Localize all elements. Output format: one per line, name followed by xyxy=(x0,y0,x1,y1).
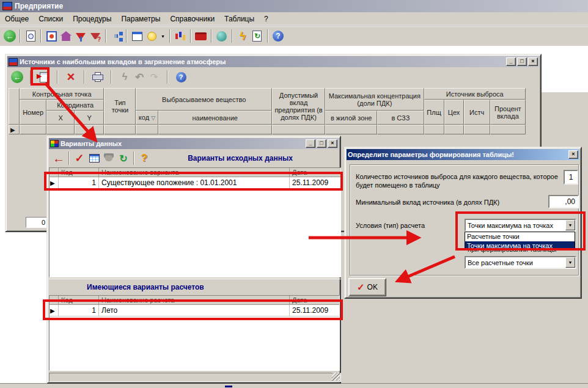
grid-empty-row[interactable]: ▶ xyxy=(9,125,526,134)
col-code[interactable]: код ▽ xyxy=(136,111,158,125)
lightning-button[interactable]: ϟ xyxy=(235,29,250,43)
col-plsch[interactable]: Плщ xyxy=(424,100,444,125)
filter-button[interactable] xyxy=(73,29,88,43)
undo-button[interactable]: ↶ xyxy=(132,70,147,84)
menu-spravochniki[interactable]: Справочники xyxy=(165,13,219,25)
close-button[interactable]: × xyxy=(528,57,538,66)
variants-titlebar: Варианты данных _ □ × xyxy=(49,138,339,149)
row-selector-icon: ▶ xyxy=(50,180,55,186)
variants-toolbar-title: Варианты исходных данных xyxy=(152,154,341,163)
enterprise-button[interactable] xyxy=(59,29,73,43)
col-code[interactable]: Код xyxy=(59,168,99,177)
variants-window: Варианты данных _ □ × ← ✓ ↻ ? Варианты и… xyxy=(46,136,341,384)
col-y[interactable]: Y xyxy=(75,111,104,125)
map-button[interactable] xyxy=(44,29,59,43)
menu-parametry[interactable]: Параметры xyxy=(116,13,165,25)
col-point-type[interactable]: Тип точки xyxy=(104,88,136,125)
calc-row[interactable]: ▶ 1 Лето 25.11.2009 xyxy=(50,305,339,317)
col-code[interactable]: Код xyxy=(59,296,99,305)
col-emission-source[interactable]: Источник выброса xyxy=(424,88,526,100)
col-date[interactable]: Дата xyxy=(290,168,340,177)
briefcase-button[interactable] xyxy=(194,29,208,43)
back-button[interactable]: ← xyxy=(2,29,17,43)
back-button[interactable]: ← xyxy=(51,151,66,166)
print-button[interactable] xyxy=(90,70,105,84)
col-coordinate[interactable]: Координата xyxy=(46,100,104,111)
refresh-icon: ↻ xyxy=(252,31,262,42)
globe-icon xyxy=(216,31,227,42)
col-name[interactable]: Наименование расчета xyxy=(99,296,290,305)
menu-obschee[interactable]: Общее xyxy=(0,13,34,25)
maximize-button[interactable]: □ xyxy=(517,57,527,66)
lamp-button[interactable] xyxy=(144,29,159,43)
dropdown-option-maksimuma[interactable]: Точки максимума на точках xyxy=(465,241,575,251)
col-x[interactable]: X xyxy=(46,111,75,125)
add-record-button[interactable]: ▶ xyxy=(37,70,51,84)
maximize-button[interactable]: □ xyxy=(317,139,326,148)
table-icon xyxy=(89,154,100,163)
close-button[interactable]: × xyxy=(328,139,337,148)
variant-row[interactable]: ▶ 1 Существующее положение : 01.01.2001 … xyxy=(50,177,340,189)
refresh-button[interactable]: ↻ xyxy=(250,29,265,43)
menu-spiski[interactable]: Списки xyxy=(34,13,68,25)
lightning-button[interactable]: ϟ xyxy=(117,70,132,84)
row-selector: ▶ xyxy=(9,125,20,134)
chevron-down-icon[interactable]: ▼ xyxy=(565,220,575,230)
chevron-down-icon[interactable]: ▼ xyxy=(565,257,575,268)
minimize-button[interactable]: _ xyxy=(306,139,315,148)
clipped-content xyxy=(225,386,232,387)
help-button[interactable]: ? xyxy=(271,29,285,43)
menu-tablicy[interactable]: Таблицы xyxy=(219,13,259,25)
report-button[interactable] xyxy=(23,29,38,43)
redo-button[interactable]: ↷ xyxy=(147,70,161,84)
dropdown-option-raschetnye[interactable]: Расчетные точки xyxy=(465,232,575,241)
min-contribution-input[interactable]: ,00 xyxy=(548,195,579,208)
tree-button[interactable] xyxy=(109,29,123,43)
col-residential[interactable]: в жилой зоне xyxy=(325,111,377,125)
col-allowed-contribution[interactable]: Допустимый вклад предприятия (в долях ПД… xyxy=(272,88,325,125)
col-tseh[interactable]: Цех xyxy=(444,100,464,125)
params-dialog: Определите параметры формирования таблиц… xyxy=(344,147,582,299)
main-titlebar: Предприятие xyxy=(0,0,588,12)
col-percent[interactable]: Процент вклада xyxy=(490,100,526,125)
form-button[interactable] xyxy=(130,29,144,43)
help-button[interactable]: ? xyxy=(137,151,152,166)
ok-button[interactable]: ✓ OK xyxy=(348,278,386,296)
resize-grip[interactable] xyxy=(332,373,340,381)
col-control-point[interactable]: Контрольная точка xyxy=(20,88,104,100)
globe-button[interactable] xyxy=(215,29,229,43)
calc-type-combobox[interactable]: Точки максимума на точках ▼ xyxy=(465,219,576,232)
delete-button[interactable]: × xyxy=(64,70,78,84)
count-input[interactable]: 1 xyxy=(564,170,578,185)
col-substance[interactable]: Выбрасываемое вещество xyxy=(136,88,272,111)
params-dialog-title: Определите параметры формирования таблиц… xyxy=(348,151,567,158)
close-button[interactable]: × xyxy=(568,150,578,159)
filter-question-button[interactable]: ? xyxy=(88,29,103,43)
plug-button[interactable] xyxy=(101,151,116,166)
menu-help[interactable]: ? xyxy=(259,13,273,25)
chart-button[interactable] xyxy=(173,29,188,43)
menu-procedury[interactable]: Процедуры xyxy=(68,13,116,25)
col-name[interactable]: Наименование варианта xyxy=(99,168,290,177)
lamp-dropdown-arrow[interactable]: ▼ xyxy=(161,34,165,38)
col-szz[interactable]: в СЗЗ xyxy=(377,111,424,125)
check-icon: ✓ xyxy=(357,282,365,293)
sources-titlebar: Источники с наибольшим вкладом в загрязн… xyxy=(7,56,539,67)
refresh-button[interactable]: ↻ xyxy=(116,151,131,166)
briefcase-icon xyxy=(195,32,207,40)
col-number[interactable]: Номер xyxy=(20,100,46,125)
main-window-title: Предприятие xyxy=(15,2,63,10)
back-button[interactable]: ← xyxy=(10,70,24,84)
minimize-button[interactable]: _ xyxy=(506,57,516,66)
col-max-concentration[interactable]: Максимальная концентрация (доли ПДК) xyxy=(325,88,424,111)
confirm-button[interactable]: ✓ xyxy=(72,151,87,166)
help-button[interactable]: ? xyxy=(174,70,188,84)
col-istch[interactable]: Истч xyxy=(464,100,490,125)
col-name[interactable]: наименование xyxy=(158,111,272,125)
table-button[interactable] xyxy=(87,151,101,166)
redo-icon: ↷ xyxy=(150,71,158,82)
cell-date: 25.11.2009 xyxy=(290,177,340,189)
points-combobox[interactable]: Все расчетные точки ▼ xyxy=(465,256,576,269)
calc-table-header: Код Наименование расчета Дата xyxy=(50,296,339,305)
col-date[interactable]: Дата xyxy=(290,296,339,305)
